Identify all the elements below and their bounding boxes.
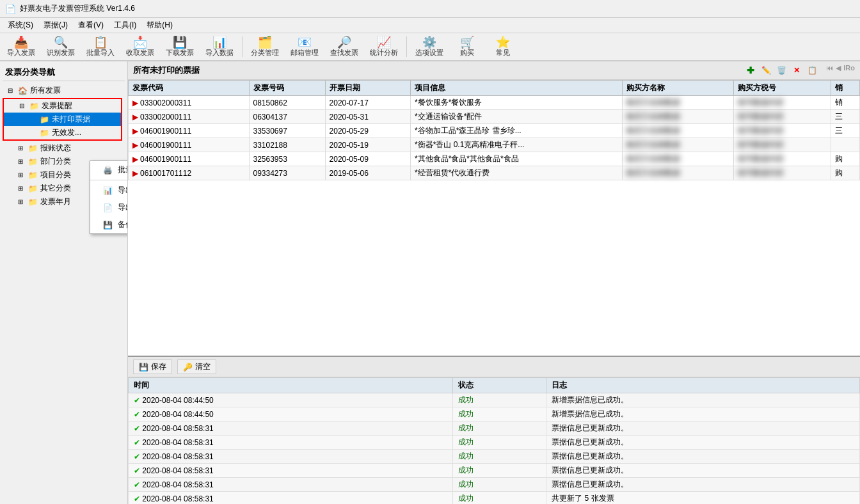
- table-row[interactable]: ▶033002000111063041372020-05-31*交通运输设备*配…: [129, 110, 860, 124]
- invoice-date-cell: 2020-05-19: [325, 138, 410, 152]
- col-date: 开票日期: [325, 81, 410, 96]
- invoice-items-cell: *交通运输设备*配件: [411, 110, 623, 124]
- log-content-cell: 票据信息已更新成功。: [546, 436, 860, 450]
- nav-prev[interactable]: ◀: [836, 64, 841, 77]
- app-title: 好票友电子发票管理系统 Ver1.4.6: [20, 3, 135, 14]
- context-menu-export-records[interactable]: 📊 导出票据记录: [90, 182, 128, 199]
- sidebar-item-unprinted[interactable]: 📁 未打印票据: [4, 113, 121, 126]
- invoice-table: 发票代码 发票号码 开票日期 项目信息 购买方名称 购买方税号 销 ▶03300…: [128, 80, 860, 180]
- receive-invoice-button[interactable]: 📩 收取发票: [122, 34, 159, 59]
- import-invoice-icon: 📥: [14, 36, 28, 48]
- log-col-status: 状态: [452, 378, 546, 393]
- log-time-cell: ✔ 2020-08-04 08:58:31: [129, 421, 453, 436]
- log-status-cell: 成功: [452, 450, 546, 464]
- log-content-cell: 新增票据信息已成功。: [546, 393, 860, 407]
- menu-system[interactable]: 系统(S): [3, 19, 38, 32]
- invoice-code-cell: ▶033002000111: [129, 110, 250, 124]
- table-row[interactable]: ▶046001900111325639532020-05-09*其他食品*食品*…: [129, 152, 860, 166]
- common-button[interactable]: ⭐ 常见: [486, 34, 520, 59]
- buyer-name-cell: 购买方名称数据: [622, 166, 733, 180]
- menu-view[interactable]: 查看(V): [73, 19, 109, 32]
- pdf-icon: ▶: [132, 98, 138, 107]
- check-icon: ✔: [134, 438, 140, 447]
- delete-icon-btn[interactable]: 🗑️: [775, 64, 788, 77]
- log-content-cell: 票据信息已更新成功。: [546, 450, 860, 464]
- log-content-cell: 票据信息已更新成功。: [546, 464, 860, 478]
- stat-analysis-button[interactable]: 📈 统计分析: [365, 34, 402, 59]
- settings-icon: ⚙️: [422, 36, 436, 48]
- app-icon: 📄: [5, 4, 16, 14]
- invoice-section: 所有未打印的票据 ✚ ✏️ 🗑️ ✕ 📋 ⏮ ◀ IRo 发票代: [128, 61, 860, 357]
- menu-help[interactable]: 帮助(H): [141, 19, 178, 32]
- stat-icon: 📈: [377, 36, 391, 48]
- buy-icon: 🛒: [460, 36, 474, 48]
- extra-cell: 销: [831, 96, 860, 110]
- invoice-items-cell: *经营租赁*代收通行费: [411, 166, 623, 180]
- save-button[interactable]: 💾 保存: [133, 359, 172, 374]
- add-icon-btn[interactable]: ✚: [744, 64, 757, 77]
- log-row: ✔ 2020-08-04 08:58:31成功票据信息已更新成功。: [129, 478, 860, 492]
- context-menu-sep-1: [90, 180, 128, 180]
- context-menu-batch-print[interactable]: 🖨️ 批量打印票据: [90, 161, 128, 178]
- edit-icon-btn[interactable]: ✏️: [760, 64, 772, 77]
- table-row[interactable]: ▶033002000311081508622020-07-17*餐饮服务*餐饮服…: [129, 96, 860, 110]
- table-row[interactable]: ▶046001900111335306972020-05-29*谷物加工品*森王…: [129, 124, 860, 138]
- sidebar-item-accounting[interactable]: ⊞ 📁 报账状态: [3, 141, 125, 155]
- buy-button[interactable]: 🛒 购买: [450, 34, 484, 59]
- invoice-date-cell: 2020-05-29: [325, 124, 410, 138]
- sidebar-item-invalid[interactable]: 📁 无效发...: [4, 126, 121, 139]
- log-row: ✔ 2020-08-04 08:58:31成功票据信息已更新成功。: [129, 450, 860, 464]
- folder-icon-acc: 📁: [28, 144, 38, 153]
- menu-invoice[interactable]: 票据(J): [38, 19, 73, 32]
- sidebar-item-invoice-reminder[interactable]: ⊟ 📁 发票提醒: [4, 99, 121, 113]
- download-invoice-button[interactable]: 💾 下载发票: [161, 34, 198, 59]
- clear-button[interactable]: 🔑 清空: [177, 359, 216, 374]
- find-invoice-button[interactable]: 🔎 查找发票: [326, 34, 363, 59]
- close-icon-btn[interactable]: ✕: [790, 64, 803, 77]
- col-items: 项目信息: [411, 81, 623, 96]
- log-toolbar: 💾 保存 🔑 清空: [128, 357, 860, 377]
- import-data-button[interactable]: 📊 导入数据: [201, 34, 238, 59]
- log-table: 时间 状态 日志 ✔ 2020-08-04 08:44:50成功新增票据信息已成…: [128, 377, 860, 504]
- invoice-reminder-label: 发票提醒: [42, 100, 72, 111]
- recognize-invoice-button[interactable]: 🔍 识别发票: [42, 34, 79, 59]
- log-time-cell: ✔ 2020-08-04 08:58:31: [129, 464, 453, 478]
- copy-icon-btn[interactable]: 📋: [806, 64, 818, 77]
- mailbox-manage-button[interactable]: 📧 邮箱管理: [286, 34, 323, 59]
- clear-icon: 🔑: [183, 363, 193, 372]
- menu-tools[interactable]: 工具(I): [109, 19, 141, 32]
- context-menu-backup[interactable]: 💾 备份票据数据: [90, 216, 128, 233]
- nav-first[interactable]: ⏮: [826, 64, 833, 77]
- save-icon: 💾: [139, 363, 148, 372]
- expand-icon-other: ⊞: [18, 185, 26, 192]
- home-icon: 🏠: [18, 86, 28, 95]
- folder-icon-dept: 📁: [28, 157, 38, 166]
- log-row: ✔ 2020-08-04 08:58:31成功票据信息已更新成功。: [129, 436, 860, 450]
- sidebar-item-all-invoices[interactable]: ⊟ 🏠 所有发票: [3, 84, 125, 97]
- options-settings-button[interactable]: ⚙️ 选项设置: [411, 34, 448, 59]
- dept-label: 部门分类: [40, 156, 71, 167]
- invoice-header-title: 所有未打印的票据: [133, 65, 200, 76]
- invoice-number-cell: 09334273: [249, 166, 325, 180]
- table-row[interactable]: ▶061001701112093342732019-05-06*经营租赁*代收通…: [129, 166, 860, 180]
- table-row[interactable]: ▶046001900111331021882020-05-19*衡器*香山 0.…: [129, 138, 860, 152]
- recognize-icon: 🔍: [54, 36, 68, 48]
- folder-icon-proj: 📁: [28, 171, 38, 180]
- invoice-number-cell: 33102188: [249, 138, 325, 152]
- year-label: 发票年月: [40, 196, 71, 207]
- buyer-tax-cell: 税号数据内容: [733, 124, 831, 138]
- category-manage-button[interactable]: 🗂️ 分类管理: [246, 34, 283, 59]
- log-row: ✔ 2020-08-04 08:58:31成功票据信息已更新成功。: [129, 464, 860, 478]
- log-status-cell: 成功: [452, 492, 546, 505]
- invoice-items-cell: *餐饮服务*餐饮服务: [411, 96, 623, 110]
- common-icon: ⭐: [496, 36, 510, 48]
- main-layout: 发票分类导航 ⊟ 🏠 所有发票 ⊟ 📁 发票提醒 📁 未打印票据 📁: [0, 61, 860, 504]
- batch-import-button[interactable]: 📋 批量导入: [82, 34, 119, 59]
- log-time-cell: ✔ 2020-08-04 08:58:31: [129, 492, 453, 505]
- invoice-code-cell: ▶061001701112: [129, 166, 250, 180]
- buyer-name-cell: 购买方名称数据: [622, 152, 733, 166]
- log-status-cell: 成功: [452, 436, 546, 450]
- toolbar-separator-1: [242, 36, 243, 57]
- import-invoice-button[interactable]: 📥 导入发票: [3, 34, 40, 59]
- context-menu-export-files[interactable]: 📄 导出票据文件: [90, 199, 128, 216]
